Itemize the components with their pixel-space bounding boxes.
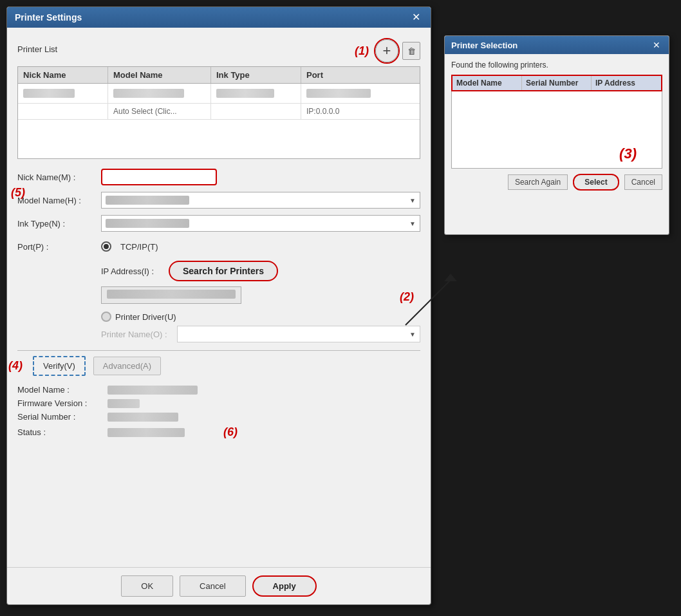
popup-subtitle: Found the following printers. xyxy=(451,61,662,70)
advanced-button[interactable]: Advanced(A) xyxy=(93,357,161,375)
printer-list-table: Nick Name Model Name Ink Type Port Auto … xyxy=(17,66,420,159)
popup-col-serial: Serial Number xyxy=(522,76,592,90)
add-printer-button[interactable]: + xyxy=(375,39,398,62)
tcpip-radio-fill xyxy=(104,244,109,249)
ip-input-row xyxy=(101,286,420,304)
printer-driver-row: Printer Driver(U) xyxy=(101,312,420,322)
printer-list-label: Printer List xyxy=(17,44,57,54)
status-info-row: Status : (6) xyxy=(17,425,420,439)
tcpip-label: TCP/IP(T) xyxy=(120,242,158,252)
verify-button[interactable]: Verify(V) xyxy=(33,356,86,376)
search-again-button[interactable]: Search Again xyxy=(508,174,568,190)
table-row[interactable]: Auto Select (Clic... IP:0.0.0.0 xyxy=(18,104,420,120)
toolbar-buttons: (1) + 🗑 xyxy=(355,38,420,64)
col-port: Port xyxy=(301,67,420,83)
popup-select-button[interactable]: Select xyxy=(573,174,619,191)
serial-info-row: Serial Number : xyxy=(17,412,420,422)
popup-table-header: Model Name Serial Number IP Address xyxy=(451,75,662,91)
printer-selection-dialog: Printer Selection ✕ Found the following … xyxy=(444,35,669,235)
apply-button[interactable]: Apply xyxy=(252,575,317,597)
col-nickname: Nick Name xyxy=(18,67,108,83)
step6-label: (6) xyxy=(223,425,238,439)
row1-inktype xyxy=(211,84,301,103)
col-modelname: Model Name xyxy=(108,67,211,83)
printer-name-row: Printer Name(O) : ▼ xyxy=(101,326,420,342)
close-button[interactable]: ✕ xyxy=(409,12,423,23)
nickname-input[interactable] xyxy=(101,169,217,185)
dialog-title-bar: Printer Settings ✕ xyxy=(7,7,431,28)
popup-col-ip: IP Address xyxy=(592,76,661,90)
port-options: TCP/IP(T) xyxy=(101,241,158,252)
row2-nickname xyxy=(18,104,108,119)
serial-info-label: Serial Number : xyxy=(17,412,107,422)
step3-label: (3) xyxy=(619,145,637,162)
model-name-info-label: Model Name : xyxy=(17,385,107,395)
step4-label: (4) xyxy=(8,359,23,373)
popup-title-bar: Printer Selection ✕ xyxy=(445,36,669,54)
cancel-button[interactable]: Cancel xyxy=(180,575,245,597)
popup-content: Found the following printers. Model Name… xyxy=(445,54,669,234)
nickname-label: Nick Name(M) : xyxy=(17,173,101,182)
col-inktype: Ink Type xyxy=(211,67,301,83)
table-row[interactable] xyxy=(18,84,420,104)
printer-list-header: Printer List (1) + 🗑 xyxy=(17,38,420,64)
ok-button[interactable]: OK xyxy=(121,575,173,597)
printer-driver-radio[interactable] xyxy=(101,312,111,322)
step1-label: (1) xyxy=(355,44,369,58)
dialog-title: Printer Settings xyxy=(15,12,82,23)
ip-address-row: IP Address(I) : Search for Printers xyxy=(101,261,420,281)
status-info-value xyxy=(107,428,185,437)
dialog-footer: OK Cancel Apply xyxy=(7,567,431,604)
port-label: Port(P) : xyxy=(17,242,101,252)
inktype-label: Ink Type(N) : xyxy=(17,219,101,229)
popup-title: Printer Selection xyxy=(451,41,518,50)
popup-footer: Search Again Select Cancel xyxy=(451,169,662,193)
serial-info-value xyxy=(107,413,178,422)
printer-settings-dialog: Printer Settings ✕ Printer List (1) + 🗑 … xyxy=(6,6,431,605)
inktype-row: Ink Type(N) : ▼ xyxy=(17,214,420,232)
inktype-select[interactable]: ▼ xyxy=(101,215,420,232)
search-printers-button[interactable]: Search for Printers xyxy=(169,261,278,281)
ip-input[interactable] xyxy=(101,286,241,304)
row2-modelname: Auto Select (Clic... xyxy=(108,104,211,119)
firmware-info-label: Firmware Version : xyxy=(17,398,107,408)
printer-driver-label: Printer Driver(U) xyxy=(115,312,176,322)
dialog-content: Printer List (1) + 🗑 Nick Name Model Nam… xyxy=(7,28,431,567)
popup-cancel-button[interactable]: Cancel xyxy=(624,174,662,190)
add-printer-button-wrapper: + xyxy=(374,38,400,64)
svg-marker-0 xyxy=(444,274,457,281)
row1-port xyxy=(301,84,420,103)
popup-col-model: Model Name xyxy=(452,76,522,90)
model-name-info-row: Model Name : xyxy=(17,385,420,395)
section-divider xyxy=(17,350,420,351)
row2-inktype xyxy=(211,104,301,119)
inktype-arrow: ▼ xyxy=(409,220,416,227)
table-empty-space xyxy=(18,120,420,158)
row1-modelname xyxy=(108,84,211,103)
step5-label: (5) xyxy=(11,186,25,200)
popup-close-button[interactable]: ✕ xyxy=(651,40,662,50)
row1-nickname xyxy=(18,84,108,103)
printer-name-label: Printer Name(O) : xyxy=(101,330,172,339)
status-info-label: Status : xyxy=(17,427,107,437)
delete-printer-button[interactable]: 🗑 xyxy=(402,42,420,60)
model-name-info-value xyxy=(107,386,198,395)
table-header: Nick Name Model Name Ink Type Port xyxy=(18,67,420,84)
printer-name-select: ▼ xyxy=(177,326,420,342)
firmware-info-value xyxy=(107,399,140,408)
firmware-info-row: Firmware Version : xyxy=(17,398,420,408)
port-row: Port(P) : TCP/IP(T) xyxy=(17,238,420,256)
modelname-row: Model Name(H) : ▼ xyxy=(17,191,420,209)
ip-address-label: IP Address(I) : xyxy=(101,266,162,276)
tcpip-radio[interactable] xyxy=(101,241,111,252)
modelname-select[interactable]: ▼ xyxy=(101,192,420,209)
modelname-arrow: ▼ xyxy=(409,197,416,204)
step2-label: (2) xyxy=(400,290,414,304)
modelname-label: Model Name(H) : xyxy=(17,196,101,205)
nickname-row: Nick Name(M) : xyxy=(17,168,420,186)
form-section: (5) Nick Name(M) : Model Name(H) : ▼ Ink… xyxy=(17,168,420,443)
verify-section: (4) Verify(V) Advanced(A) xyxy=(17,356,420,376)
row2-port: IP:0.0.0.0 xyxy=(301,104,420,119)
printer-name-arrow: ▼ xyxy=(409,331,416,338)
